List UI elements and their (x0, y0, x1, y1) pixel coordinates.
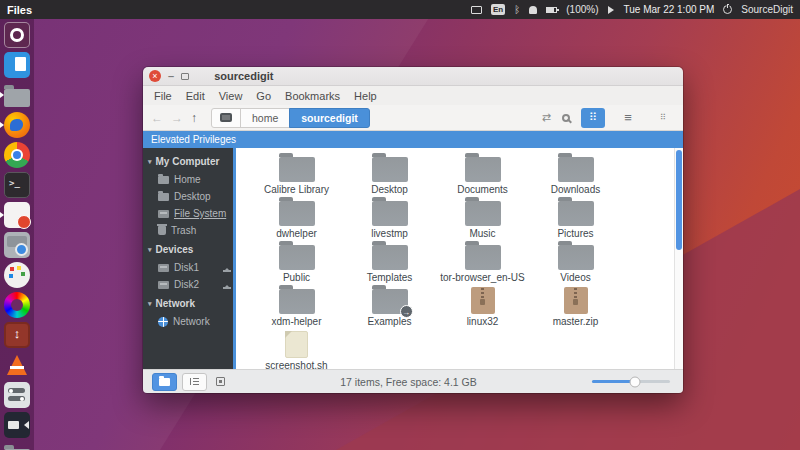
list-view-button[interactable]: ≡ (616, 108, 640, 128)
path-current-button[interactable]: sourcedigit (289, 108, 370, 128)
search-icon[interactable] (562, 114, 570, 122)
file-item[interactable]: Pictures (529, 195, 622, 239)
file-label: livestmp (371, 228, 408, 239)
grid-view-button[interactable]: ⠿ (581, 108, 605, 128)
sidebar-item-disk2[interactable]: Disk2 (143, 276, 236, 293)
sidebar-item-home[interactable]: Home (143, 171, 236, 188)
chrome-icon (4, 142, 30, 168)
home-folder-icon (158, 176, 169, 184)
zoom-slider[interactable] (592, 380, 670, 383)
firefox-icon (4, 112, 30, 138)
sidebar-item-file-system[interactable]: File System (143, 205, 236, 222)
dock-item-palette[interactable] (0, 260, 34, 290)
power-icon[interactable] (723, 5, 732, 14)
sidebar-section-my-computer[interactable]: ▾ My Computer (143, 151, 236, 171)
file-label: Documents (457, 184, 508, 195)
dock-item-terminal[interactable] (0, 170, 34, 200)
minimize-icon[interactable]: – (168, 71, 174, 81)
window-title: sourcedigit (214, 70, 273, 82)
menu-view[interactable]: View (212, 90, 250, 102)
file-item[interactable]: dwhelper (250, 195, 343, 239)
dock-item-ubuntu[interactable] (0, 20, 34, 50)
dock-item-screenshot[interactable] (0, 230, 34, 260)
path-root-button[interactable] (211, 108, 241, 128)
file-item[interactable]: Templates (343, 239, 436, 283)
dock-item-folder2[interactable] (0, 440, 34, 450)
up-button[interactable]: ↑ (191, 111, 197, 125)
dock-item-vlc[interactable] (0, 350, 34, 380)
file-item[interactable]: Music (436, 195, 529, 239)
dock-item-chrome[interactable] (0, 140, 34, 170)
menu-help[interactable]: Help (347, 90, 384, 102)
sidebar-item-disk1[interactable]: Disk1 (143, 259, 236, 276)
file-item[interactable]: Desktop (343, 151, 436, 195)
folder-icon (558, 157, 594, 182)
volume-icon[interactable] (608, 6, 618, 14)
file-item[interactable]: Documents (436, 151, 529, 195)
dock-item-recorder[interactable] (0, 410, 34, 440)
file-item[interactable]: Calibre Library (250, 151, 343, 195)
forward-button[interactable]: → (171, 111, 183, 125)
vlc-cone-icon (4, 352, 30, 378)
file-item[interactable]: xdm-helper (250, 283, 343, 327)
file-item[interactable]: tor-browser_en-US (436, 239, 529, 283)
file-item[interactable]: screenshot.sh (250, 327, 343, 369)
dock-item-firefox[interactable] (0, 110, 34, 140)
show-treeview-button[interactable] (182, 373, 207, 391)
clock[interactable]: Tue Mar 22 1:00 PM (624, 4, 715, 15)
file-item[interactable]: master.zip (529, 283, 622, 327)
eject-icon[interactable] (222, 281, 231, 289)
dock-item-color-wheel[interactable] (0, 290, 34, 320)
sidebar-item-network[interactable]: Network (143, 313, 236, 330)
file-label: Music (469, 228, 495, 239)
show-places-button[interactable] (152, 373, 177, 391)
maximize-icon[interactable] (181, 73, 189, 80)
dock-item-files[interactable] (0, 50, 34, 80)
display-icon[interactable] (471, 6, 482, 14)
screenshot-icon (4, 232, 30, 258)
path-home-button[interactable]: home (240, 108, 290, 128)
battery-icon[interactable] (546, 7, 557, 13)
back-button[interactable]: ← (151, 111, 163, 125)
file-grid-area[interactable]: Calibre Library Desktop Documents Downlo… (236, 148, 683, 369)
session-user[interactable]: SourceDigit (741, 4, 793, 15)
archive-icon (471, 287, 495, 314)
dock-item-xdm[interactable] (0, 320, 34, 350)
folder-icon (558, 201, 594, 226)
desktop: Files En ᛒ (100%) Tue Mar 22 1:00 PM Sou… (0, 0, 800, 450)
dock-item-settings[interactable] (0, 380, 34, 410)
notifications-bell-icon[interactable] (529, 6, 537, 14)
sidebar-item-desktop[interactable]: Desktop (143, 188, 236, 205)
file-item[interactable]: Videos (529, 239, 622, 283)
compact-view-button[interactable]: ⠿ (651, 108, 675, 128)
file-label: dwhelper (276, 228, 317, 239)
eject-icon[interactable] (222, 264, 231, 272)
file-item[interactable]: livestmp (343, 195, 436, 239)
sidebar-section-devices[interactable]: ▾ Devices (143, 239, 236, 259)
menu-go[interactable]: Go (249, 90, 278, 102)
file-item[interactable]: →Examples (343, 283, 436, 327)
file-item[interactable]: Public (250, 239, 343, 283)
sidebar-section-network[interactable]: ▾ Network (143, 293, 236, 313)
zoom-slider-knob[interactable] (629, 376, 640, 387)
folder-icon (465, 245, 501, 270)
window-titlebar[interactable]: × – sourcedigit (143, 67, 683, 86)
file-manager-window: × – sourcedigit File Edit View Go Bookma… (143, 67, 683, 393)
menu-edit[interactable]: Edit (179, 90, 212, 102)
dock-item-document[interactable] (0, 200, 34, 230)
vertical-scrollbar[interactable] (674, 148, 683, 369)
file-item[interactable]: Downloads (529, 151, 622, 195)
menu-bookmarks[interactable]: Bookmarks (278, 90, 347, 102)
expand-panel-icon[interactable] (216, 377, 225, 386)
scrollbar-thumb[interactable] (676, 150, 682, 250)
chevron-down-icon: ▾ (148, 300, 152, 308)
sidebar-item-label: File System (174, 208, 226, 219)
close-icon[interactable]: × (149, 70, 161, 82)
menu-file[interactable]: File (147, 90, 179, 102)
dock-item-file-manager[interactable] (0, 80, 34, 110)
sidebar-item-trash[interactable]: Trash (143, 222, 236, 239)
toggle-location-entry-icon[interactable]: ⇄ (542, 111, 551, 124)
bluetooth-icon[interactable]: ᛒ (514, 5, 520, 15)
keyboard-layout-icon[interactable]: En (491, 4, 505, 15)
file-item[interactable]: linux32 (436, 283, 529, 327)
